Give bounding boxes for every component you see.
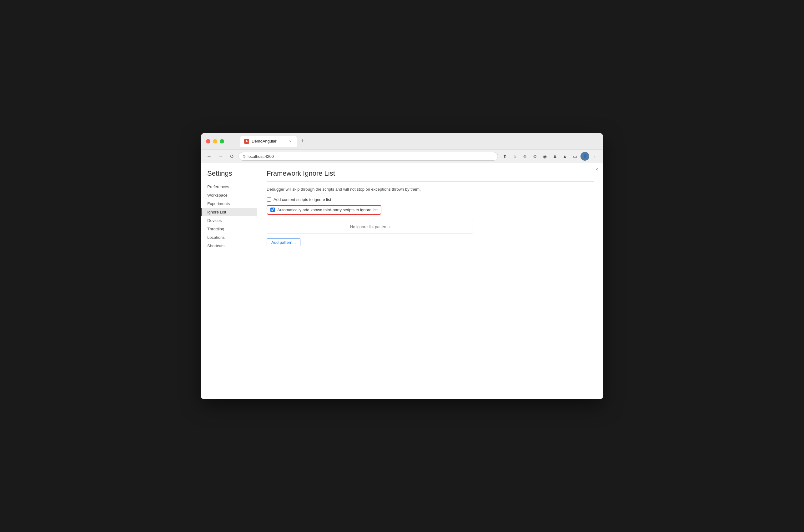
add-content-scripts-checkbox[interactable] (267, 197, 271, 202)
sidebar-item-devices[interactable]: Devices (201, 216, 257, 225)
sidebar-item-ignore-list[interactable]: Ignore List (201, 208, 257, 216)
profile-icon[interactable]: 👤 (580, 152, 589, 161)
toolbar-icons: ⬆ ☆ ☺ ⚙ ◉ ♟ ▲ ▭ 👤 ⋮ (500, 152, 599, 161)
url-text: localhost:4200 (248, 154, 274, 159)
active-tab[interactable]: A DemoAngular × (241, 136, 296, 147)
devtools-panel: × Settings Preferences Workspace Experim… (201, 163, 603, 399)
settings-title: Settings (201, 169, 257, 183)
bookmark-icon[interactable]: ☆ (511, 152, 519, 161)
close-traffic-light[interactable] (206, 139, 210, 144)
add-pattern-button[interactable]: Add pattern... (267, 239, 301, 246)
settings-main-content: Framework Ignore List Debugger will skip… (257, 163, 603, 399)
auto-add-third-party-label[interactable]: Automatically add known third-party scri… (277, 208, 378, 212)
back-button[interactable]: ← (205, 152, 213, 161)
extension2-icon[interactable]: ⚙ (531, 152, 539, 161)
navigation-bar: ← → ↺ ⊙ localhost:4200 ⬆ ☆ ☺ ⚙ ◉ ♟ ▲ ▭ 👤… (201, 149, 603, 163)
tab-favicon: A (244, 139, 249, 144)
sidebar-item-shortcuts[interactable]: Shortcuts (201, 242, 257, 250)
patterns-box: No ignore list patterns (267, 220, 473, 233)
traffic-lights (206, 139, 224, 144)
section-description: Debugger will skip through the scripts a… (267, 187, 594, 192)
maximize-traffic-light[interactable] (220, 139, 224, 144)
auto-add-third-party-row-highlighted: Automatically add known third-party scri… (267, 205, 381, 215)
menu-icon[interactable]: ⋮ (591, 152, 599, 161)
reload-button[interactable]: ↺ (227, 152, 236, 161)
extension4-icon[interactable]: ♟ (551, 152, 559, 161)
browser-content: +| − × Settings Preferences Workspace Ex… (201, 163, 603, 399)
new-tab-button[interactable]: + (298, 137, 307, 146)
extension5-icon[interactable]: ▲ (560, 152, 569, 161)
tab-title: DemoAngular (252, 139, 285, 144)
sidebar-item-preferences[interactable]: Preferences (201, 183, 257, 191)
tab-close-button[interactable]: × (288, 139, 293, 144)
patterns-empty-text: No ignore list patterns (350, 224, 389, 229)
address-bar[interactable]: ⊙ localhost:4200 (238, 152, 498, 161)
lock-icon: ⊙ (243, 154, 246, 158)
sidebar-toggle-icon[interactable]: ▭ (571, 152, 579, 161)
sidebar-item-locations[interactable]: Locations (201, 233, 257, 242)
extension3-icon[interactable]: ◉ (540, 152, 549, 161)
minimize-traffic-light[interactable] (213, 139, 217, 144)
auto-add-third-party-checkbox[interactable] (270, 208, 275, 212)
section-title: Framework Ignore List (267, 169, 594, 177)
section-divider (267, 181, 594, 182)
devtools-content: Settings Preferences Workspace Experimen… (201, 163, 603, 399)
sidebar-item-experiments[interactable]: Experiments (201, 200, 257, 208)
add-content-scripts-label[interactable]: Add content scripts to ignore list (273, 197, 331, 202)
forward-button[interactable]: → (216, 152, 225, 161)
browser-chrome: A DemoAngular × + ← → ↺ ⊙ localhost:4200… (201, 133, 603, 163)
panel-close-button[interactable]: × (594, 166, 600, 173)
title-bar: A DemoAngular × + (201, 133, 603, 149)
sidebar-item-workspace[interactable]: Workspace (201, 191, 257, 200)
settings-sidebar: Settings Preferences Workspace Experimen… (201, 163, 257, 399)
share-icon[interactable]: ⬆ (500, 152, 509, 161)
sidebar-item-throttling[interactable]: Throttling (201, 225, 257, 233)
extension1-icon[interactable]: ☺ (520, 152, 529, 161)
add-content-scripts-row: Add content scripts to ignore list (267, 197, 594, 202)
browser-window: A DemoAngular × + ← → ↺ ⊙ localhost:4200… (201, 133, 603, 399)
